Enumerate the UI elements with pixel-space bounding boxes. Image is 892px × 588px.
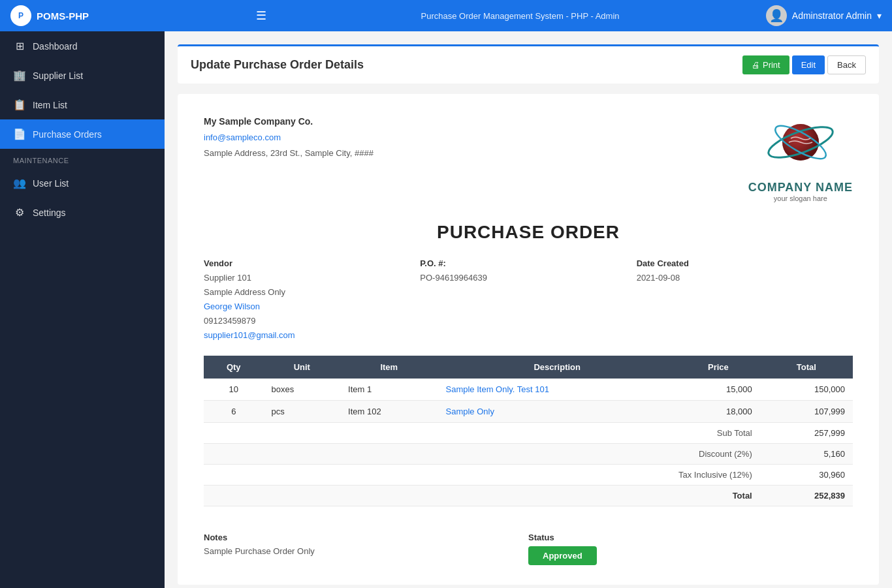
col-qty: Qty	[204, 356, 263, 379]
table-row: 10 boxes Item 1 Sample Item Only. Test 1…	[204, 379, 853, 401]
sidebar-item-item-list[interactable]: 📋 Item List	[0, 90, 165, 119]
po-date-label: Date Created	[637, 258, 853, 268]
po-date-value: 2021-09-08	[637, 271, 853, 285]
cell-qty: 10	[204, 379, 263, 401]
cell-unit: boxes	[263, 379, 340, 401]
po-number-label: P.O. #:	[420, 258, 636, 268]
po-date-col: Date Created 2021-09-08	[637, 258, 853, 343]
sidebar-item-settings[interactable]: ⚙ Settings	[0, 198, 165, 227]
sidebar-item-label: Item List	[33, 100, 67, 110]
status-badge: Approved	[528, 546, 597, 565]
vendor-contact: George Wilson	[204, 300, 420, 314]
notes-label: Notes	[204, 533, 528, 542]
action-buttons: 🖨 Print Edit Back	[742, 55, 866, 74]
subtotal-row: Sub Total 257,999	[204, 423, 853, 444]
po-icon: 📄	[13, 128, 26, 140]
table-row: 6 pcs Item 102 Sample Only 18,000 107,99…	[204, 401, 853, 423]
print-button[interactable]: 🖨 Print	[742, 55, 789, 74]
total-value: 252,839	[760, 486, 853, 506]
system-title: Purchase Order Management System - PHP -…	[274, 11, 766, 21]
tax-label: Tax Inclusive (12%)	[204, 465, 760, 486]
po-title: PURCHASE ORDER	[204, 222, 853, 243]
sidebar-item-dashboard[interactable]: ⊞ Dashboard	[0, 31, 165, 61]
user-avatar: 👤	[766, 5, 787, 26]
topbar: P POMS-PHP ☰ Purchase Order Management S…	[0, 0, 892, 31]
cell-item: Item 1	[340, 379, 438, 401]
po-number-col: P.O. #: PO-94619964639	[420, 258, 636, 343]
user-name: Adminstrator Admin	[792, 10, 872, 21]
company-info: My Sample Company Co. info@sampleco.com …	[204, 114, 374, 161]
subtotal-label: Sub Total	[204, 423, 760, 444]
vendor-col: Vendor Supplier 101 Sample Address Only …	[204, 258, 420, 343]
page-header: Update Purchase Order Details 🖨 Print Ed…	[178, 44, 879, 84]
notes-value: Sample Purchase Order Only	[204, 546, 528, 556]
col-unit: Unit	[263, 356, 340, 379]
dashboard-icon: ⊞	[13, 40, 26, 52]
company-logo-svg	[761, 114, 840, 179]
cell-description: Sample Item Only. Test 101	[438, 379, 677, 401]
cell-total: 150,000	[760, 379, 853, 401]
cell-description: Sample Only	[438, 401, 677, 423]
col-item: Item	[340, 356, 438, 379]
page-title: Update Purchase Order Details	[191, 58, 364, 72]
company-logo-area: COMPANY NAME your slogan hare	[748, 114, 853, 202]
sidebar-toggle[interactable]: ☰	[256, 8, 266, 23]
items-table: Qty Unit Item Description Price Total 10…	[204, 356, 853, 506]
invoice-card: My Sample Company Co. info@sampleco.com …	[178, 94, 879, 585]
sidebar-item-user-list[interactable]: 👥 User List	[0, 168, 165, 198]
company-header: My Sample Company Co. info@sampleco.com …	[204, 114, 853, 202]
tax-value: 30,960	[760, 465, 853, 486]
brand: P POMS-PHP	[10, 5, 256, 26]
sidebar: ⊞ Dashboard 🏢 Supplier List 📋 Item List …	[0, 31, 165, 588]
main-content: Update Purchase Order Details 🖨 Print Ed…	[165, 31, 892, 588]
sidebar-item-purchase-orders[interactable]: 📄 Purchase Orders	[0, 119, 165, 149]
tax-row: Tax Inclusive (12%) 30,960	[204, 465, 853, 486]
po-number-value: PO-94619964639	[420, 271, 636, 285]
company-name: My Sample Company Co.	[204, 114, 374, 130]
col-description: Description	[438, 356, 677, 379]
company-slogan: your slogan hare	[748, 194, 853, 202]
sidebar-item-label: Purchase Orders	[33, 129, 102, 140]
notes-col: Notes Sample Purchase Order Only	[204, 533, 528, 556]
user-dropdown-icon: ▾	[877, 10, 882, 21]
cell-item: Item 102	[340, 401, 438, 423]
subtotal-value: 257,999	[760, 423, 853, 444]
vendor-phone: 09123459879	[204, 314, 420, 328]
cell-price: 18,000	[677, 401, 760, 423]
brand-avatar: P	[10, 5, 31, 26]
user-list-icon: 👥	[13, 177, 26, 189]
sidebar-item-label: User List	[33, 178, 69, 189]
sidebar-maintenance-label: Maintenance	[0, 149, 165, 168]
discount-value: 5,160	[760, 444, 853, 465]
brand-name: POMS-PHP	[37, 10, 89, 22]
vendor-label: Vendor	[204, 258, 420, 268]
sidebar-item-label: Settings	[33, 208, 66, 218]
discount-label: Discount (2%)	[204, 444, 760, 465]
vendor-name: Supplier 101	[204, 271, 420, 285]
total-label: Total	[204, 486, 760, 506]
cell-qty: 6	[204, 401, 263, 423]
item-icon: 📋	[13, 99, 26, 111]
total-row: Total 252,839	[204, 486, 853, 506]
settings-icon: ⚙	[13, 206, 26, 219]
status-col: Status Approved	[528, 533, 853, 565]
vendor-address: Sample Address Only	[204, 285, 420, 300]
layout: ⊞ Dashboard 🏢 Supplier List 📋 Item List …	[0, 31, 892, 588]
cell-total: 107,999	[760, 401, 853, 423]
company-address: Sample Address, 23rd St., Sample City, #…	[204, 146, 374, 161]
col-total: Total	[760, 356, 853, 379]
notes-status-row: Notes Sample Purchase Order Only Status …	[204, 522, 853, 565]
sidebar-item-label: Supplier List	[33, 70, 83, 81]
status-label: Status	[528, 533, 853, 542]
cell-unit: pcs	[263, 401, 340, 423]
user-menu[interactable]: 👤 Adminstrator Admin ▾	[766, 5, 882, 26]
company-logo-name: COMPANY NAME	[748, 181, 853, 194]
edit-button[interactable]: Edit	[792, 55, 825, 74]
sidebar-item-label: Dashboard	[33, 41, 78, 52]
sidebar-item-supplier-list[interactable]: 🏢 Supplier List	[0, 61, 165, 90]
cell-price: 15,000	[677, 379, 760, 401]
vendor-email: supplier101@gmail.com	[204, 328, 420, 343]
company-email: info@sampleco.com	[204, 130, 374, 145]
col-price: Price	[677, 356, 760, 379]
back-button[interactable]: Back	[827, 55, 866, 74]
